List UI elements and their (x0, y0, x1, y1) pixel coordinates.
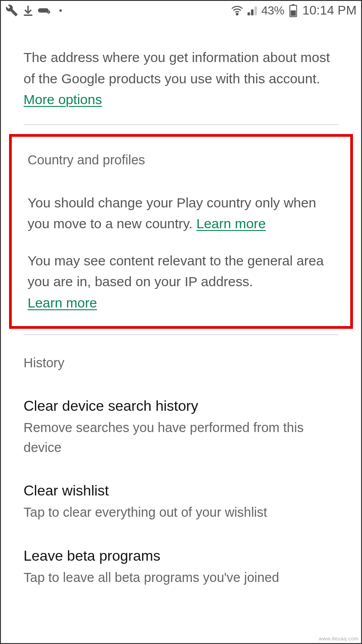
clock-text: 10:14 PM (302, 3, 357, 18)
status-bar: • 43% 10:14 PM (1, 1, 361, 20)
address-description: The address where you get information ab… (24, 47, 338, 111)
more-options-link[interactable]: More options (24, 92, 102, 107)
signal-icon (246, 4, 259, 17)
download-icon (22, 4, 34, 17)
wrench-icon (5, 4, 18, 17)
country-profiles-para1: You should change your Play country only… (28, 192, 334, 235)
settings-content: The address where you get information ab… (1, 20, 361, 587)
battery-percent-text: 43% (262, 4, 285, 18)
svg-point-1 (236, 13, 238, 14)
country-para2-text: You may see content relevant to the gene… (28, 253, 324, 289)
leave-beta-desc: Tap to leave all beta programs you've jo… (24, 568, 338, 588)
svg-rect-4 (291, 10, 296, 16)
svg-rect-3 (292, 4, 295, 5)
leave-beta-row[interactable]: Leave beta programs Tap to leave all bet… (24, 548, 338, 588)
clear-wishlist-title: Clear wishlist (24, 482, 338, 499)
learn-more-link-country[interactable]: Learn more (196, 216, 266, 231)
history-heading: History (24, 356, 338, 370)
address-section: The address where you get information ab… (1, 20, 361, 124)
watermark-text: www.deuaq.com (319, 636, 358, 641)
clear-search-history-row[interactable]: Clear device search history Remove searc… (24, 398, 338, 457)
learn-more-link-ip[interactable]: Learn more (28, 295, 97, 310)
country-profiles-para2: You may see content relevant to the gene… (28, 250, 334, 314)
wifi-icon (231, 4, 243, 17)
clear-wishlist-desc: Tap to clear everything out of your wish… (24, 503, 338, 523)
country-para1-text: You should change your Play country only… (28, 195, 316, 231)
address-text-content: The address where you get information ab… (24, 50, 330, 86)
section-divider (24, 124, 338, 125)
history-section: History Clear device search history Remo… (1, 335, 361, 587)
clear-search-history-title: Clear device search history (24, 398, 338, 414)
clear-search-history-desc: Remove searches you have performed from … (24, 418, 338, 457)
clear-wishlist-row[interactable]: Clear wishlist Tap to clear everything o… (24, 482, 338, 523)
country-profiles-heading: Country and profiles (28, 153, 334, 168)
vpn-icon (38, 4, 51, 17)
battery-icon (287, 4, 300, 17)
leave-beta-title: Leave beta programs (24, 548, 338, 564)
dot-icon: • (54, 4, 67, 17)
country-profiles-section: Country and profiles You should change y… (9, 134, 353, 329)
